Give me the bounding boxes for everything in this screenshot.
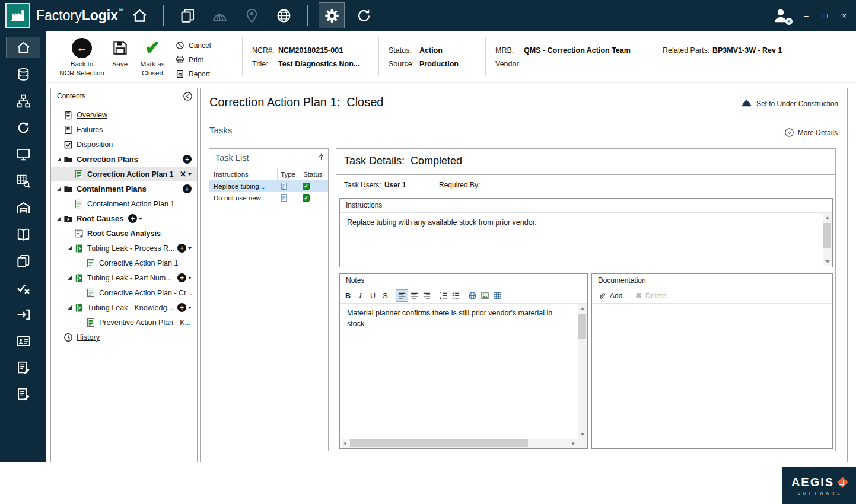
tree-item-root-cause-analysis[interactable]: Root Cause Analysis <box>51 226 197 241</box>
expander-icon[interactable] <box>66 274 74 282</box>
column-instructions[interactable]: Instructions <box>209 168 277 180</box>
history-button[interactable] <box>351 2 377 28</box>
dropdown-caret-icon[interactable] <box>139 218 142 220</box>
italic-button[interactable]: I <box>354 289 367 302</box>
related-parts-group: Related Parts:BP3MV1-3W - Rev 1 <box>653 31 856 82</box>
rail-pass-fail-button[interactable] <box>6 277 40 298</box>
tree-item-tubing-leak-part-num[interactable]: Tubing Leak - Part Num...+ <box>51 270 197 285</box>
add-plan-button[interactable]: + <box>177 273 186 282</box>
tree-item-overview[interactable]: Overview <box>51 107 197 122</box>
add-correction-plan-button[interactable]: + <box>183 155 192 164</box>
tree-item-correction-action-plan-1[interactable]: Correction Action Plan 1✕ <box>51 167 197 181</box>
add-plan-button[interactable]: + <box>177 244 186 253</box>
add-attachment-button[interactable]: Add <box>598 292 622 300</box>
add-plan-button[interactable]: + <box>177 303 186 312</box>
dropdown-caret-icon[interactable] <box>188 307 192 309</box>
insert-link-button[interactable] <box>466 289 479 302</box>
align-right-button[interactable] <box>421 289 433 302</box>
instructions-scrollbar[interactable] <box>823 213 832 266</box>
rail-warehouse-button[interactable] <box>6 197 40 218</box>
dropdown-caret-icon[interactable] <box>188 173 192 176</box>
rail-workstation-button[interactable] <box>6 143 40 165</box>
paperclip-icon <box>598 292 606 300</box>
notes-text[interactable]: Material planner confirms there is still… <box>340 304 587 329</box>
add-containment-plan-button[interactable]: + <box>183 184 192 193</box>
align-center-button[interactable] <box>408 289 421 302</box>
rail-id-card-button[interactable] <box>6 330 40 352</box>
tree-item-history[interactable]: History <box>51 330 197 344</box>
pin-panel-button[interactable] <box>317 153 325 161</box>
tree-item-tubing-leak-knowledge[interactable]: Tubing Leak - Knowledg...+ <box>51 300 197 315</box>
tree-item-disposition[interactable]: Disposition <box>51 137 197 152</box>
left-navigation-rail <box>0 31 46 462</box>
expander-icon[interactable] <box>56 215 63 222</box>
tree-item-corrective-action-plan-1[interactable]: Corrective Action Plan 1 <box>51 256 197 270</box>
column-status[interactable]: Status <box>300 168 328 180</box>
align-left-button[interactable] <box>396 289 408 302</box>
checkbox-icon <box>63 140 73 149</box>
save-button[interactable]: Save <box>106 37 134 82</box>
rail-database-button[interactable] <box>6 63 40 85</box>
task-row[interactable]: Do not use new... ✓ <box>209 192 328 204</box>
back-to-ncr-selection-button[interactable]: ← Back toNCR Selection <box>58 37 106 82</box>
insert-table-button[interactable] <box>491 289 504 302</box>
rail-copy-button[interactable] <box>6 250 40 272</box>
bullet-list-button[interactable] <box>450 289 462 302</box>
rail-process-flow-button[interactable] <box>6 90 40 111</box>
tree-item-containment-plans[interactable]: Containment Plans+ <box>51 181 197 196</box>
strikethrough-button[interactable]: S <box>379 289 392 302</box>
notes-vertical-scrollbar[interactable] <box>578 304 587 439</box>
task-details-title: Task Details: Completed <box>344 155 462 167</box>
notes-horizontal-scrollbar[interactable] <box>341 439 578 448</box>
rail-edit-document-button[interactable] <box>6 357 40 378</box>
rail-revision-history-button[interactable] <box>6 117 40 138</box>
task-row[interactable]: Replace tubing... ✓ <box>209 180 328 192</box>
tree-item-tubing-leak-process[interactable]: Tubing Leak - Process R...+ <box>51 241 197 256</box>
expander-icon[interactable] <box>66 304 74 311</box>
report-button[interactable]: Report <box>176 69 211 78</box>
network-button[interactable] <box>206 2 233 28</box>
add-root-cause-button[interactable]: + <box>128 214 137 223</box>
set-under-construction-button[interactable]: Set to Under Construction <box>741 98 838 109</box>
rail-edit-document-alt-button[interactable] <box>6 384 40 405</box>
tree-item-preventive-action-plan-k[interactable]: Preventive Action Plan - K... <box>51 315 197 330</box>
dropdown-caret-icon[interactable] <box>188 247 192 250</box>
expander-icon[interactable] <box>56 185 63 193</box>
tree-item-correction-plans[interactable]: Correction Plans+ <box>51 152 197 167</box>
bold-button[interactable]: B <box>342 289 354 302</box>
remove-plan-button[interactable]: ✕ <box>180 170 186 178</box>
minimize-button[interactable]: – <box>799 8 813 23</box>
tree-item-root-causes[interactable]: Root Causes+ <box>51 211 197 226</box>
delete-attachment-button[interactable]: ✖Delete <box>635 292 666 300</box>
insert-image-button[interactable] <box>479 289 491 302</box>
rail-material-transfer-button[interactable] <box>6 304 40 325</box>
collapse-panel-button[interactable] <box>183 91 193 101</box>
expander-icon[interactable] <box>66 244 74 252</box>
home-button[interactable] <box>126 2 152 28</box>
numbered-list-button[interactable] <box>437 289 450 302</box>
mark-as-closed-button[interactable]: ✔ Mark asClosed <box>134 37 171 82</box>
expander-icon[interactable] <box>56 155 63 163</box>
location-button[interactable] <box>238 2 265 28</box>
cancel-button[interactable]: Cancel <box>176 41 211 50</box>
rail-lot-search-button[interactable] <box>6 170 40 192</box>
settings-button[interactable] <box>319 2 345 28</box>
close-button[interactable]: × <box>837 8 851 23</box>
documents-button[interactable] <box>174 2 201 28</box>
ncr-info-group: NCR#:NCM20180215-001 Title:Test Diagnost… <box>243 31 378 82</box>
underline-button[interactable]: U <box>367 289 379 302</box>
more-details-button[interactable]: More Details <box>784 127 838 138</box>
tree-item-failures[interactable]: Failures <box>51 122 197 137</box>
world-button[interactable] <box>271 2 297 28</box>
collapse-circle-icon <box>183 91 193 101</box>
maximize-button[interactable]: □ <box>818 8 832 23</box>
tree-item-containment-action-plan-1[interactable]: Containment Action Plan 1 <box>51 196 197 211</box>
user-button[interactable]: × <box>772 7 790 24</box>
column-type[interactable]: Type <box>277 168 300 180</box>
tree-item-corrective-action-plan-cr[interactable]: Corrective Action Plan - Cr... <box>51 285 197 300</box>
instructions-text[interactable]: Replace tubing with any available stock … <box>340 213 832 231</box>
print-button[interactable]: Print <box>176 55 211 64</box>
rail-documentation-button[interactable] <box>6 224 40 245</box>
dropdown-caret-icon[interactable] <box>188 277 192 279</box>
rail-home-button[interactable] <box>6 37 40 58</box>
